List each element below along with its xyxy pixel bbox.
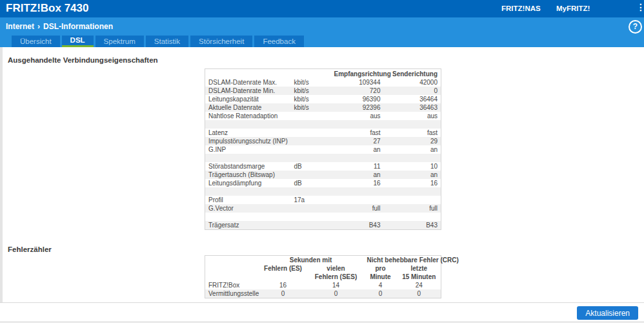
table-row: Latenzfastfast <box>205 129 441 137</box>
row-label: G.Vector <box>205 204 291 213</box>
col-header-es: Fehlern (ES) <box>258 264 308 281</box>
row-label: DSLAM-Datenrate Max. <box>205 78 291 87</box>
crc-last-15-value: 0 <box>397 289 441 298</box>
table-row: Impulsstörungsschutz (INP)2729 <box>205 137 441 145</box>
row-label: DSLAM-Datenrate Min. <box>205 87 291 95</box>
table-row: G.Vectorfullfull <box>205 204 441 213</box>
breadcrumb-separator-icon: › <box>37 22 40 31</box>
col-header-last-15: letzte 15 Minuten <box>397 264 441 281</box>
row-label: Profil <box>205 196 291 204</box>
help-icon[interactable]: ? <box>629 20 642 34</box>
row-label: Latenz <box>205 129 291 137</box>
col-header-per-minute: pro Minute <box>364 264 397 281</box>
header-spacer <box>205 256 258 265</box>
row-label: Trägersatz <box>205 221 291 230</box>
spacer-row <box>205 213 441 221</box>
spacer-row <box>205 120 441 129</box>
tx-value: B43 <box>384 221 441 230</box>
breadcrumb-page: DSL-Informationen <box>43 22 113 31</box>
rx-value: 96390 <box>331 95 384 103</box>
connection-section-title: Ausgehandelte Verbindungseigenschaften <box>8 56 158 64</box>
refresh-button[interactable]: Aktualisieren <box>577 306 638 320</box>
tab-dsl[interactable]: DSL <box>62 36 94 47</box>
tab-stoersicherheit[interactable]: Störsicherheit <box>190 36 252 47</box>
row-label: Impulsstörungsschutz (INP) <box>205 137 291 145</box>
connection-table: Empfangsrichtung Senderichtung DSLAM-Dat… <box>205 68 441 230</box>
row-unit: kbit/s <box>291 103 331 112</box>
tab-uebersicht[interactable]: Übersicht <box>12 36 60 47</box>
spacer-row <box>205 187 441 196</box>
header-spacer <box>205 69 291 79</box>
sub-header: Internet›DSL-Informationen ? Übersicht D… <box>0 17 644 47</box>
row-unit: kbit/s <box>291 87 331 95</box>
rx-value: 16 <box>331 179 384 187</box>
rx-value: full <box>331 204 384 213</box>
rx-value: 720 <box>331 87 384 95</box>
app-title: FRITZ!Box 7430 <box>6 2 88 15</box>
breadcrumb: Internet›DSL-Informationen <box>6 22 113 31</box>
row-label: Vermittlungsstelle <box>205 289 258 298</box>
row-unit <box>291 221 331 230</box>
table-row: FRITZ!Box 16 14 4 24 <box>205 281 441 289</box>
es-value: 0 <box>258 289 308 298</box>
error-table: Sekunden mit Nicht behebbare Fehler (CRC… <box>205 255 441 298</box>
row-label: Aktuelle Datenrate <box>205 103 291 112</box>
table-row: Trägertausch (Bitswap)anan <box>205 171 441 179</box>
table-row: LeitungsdämpfungdB1616 <box>205 179 441 187</box>
connection-table-header-row: Empfangsrichtung Senderichtung <box>205 69 441 79</box>
tab-feedback[interactable]: Feedback <box>254 36 304 47</box>
tx-value: 0 <box>384 87 441 95</box>
rx-value: fast <box>331 129 384 137</box>
rx-value: 27 <box>331 137 384 145</box>
rx-value <box>331 196 384 204</box>
tab-bar: Übersicht DSL Spektrum Statistik Störsic… <box>12 36 304 47</box>
row-label: Trägertausch (Bitswap) <box>205 171 291 179</box>
rx-value: 109344 <box>331 78 384 87</box>
footer-bar: Aktualisieren <box>0 302 644 323</box>
ses-value: 0 <box>308 289 364 298</box>
myfritz-link[interactable]: MyFRITZ! <box>556 5 590 12</box>
row-unit: 17a <box>291 196 331 204</box>
table-row: Profil17a <box>205 196 441 204</box>
rx-value: aus <box>331 112 384 120</box>
table-row: Vermittlungsstelle 0 0 0 0 <box>205 289 441 298</box>
rx-value: an <box>331 171 384 179</box>
tx-value: 36464 <box>384 95 441 103</box>
error-table-header-row: Fehlern (ES) vielen Fehlern (SES) pro Mi… <box>205 264 441 281</box>
tab-statistik[interactable]: Statistik <box>146 36 188 47</box>
left-edge-divider <box>0 47 3 302</box>
es-value: 16 <box>258 281 308 289</box>
col-header-ses: vielen Fehlern (SES) <box>308 264 364 281</box>
row-label: G.INP <box>205 145 291 154</box>
row-label: Störabstandsmarge <box>205 162 291 171</box>
tx-value: full <box>384 204 441 213</box>
group-header-seconds: Sekunden mit <box>258 256 364 265</box>
error-section-title: Fehlerzähler <box>8 245 52 253</box>
row-label: FRITZ!Box <box>205 281 258 289</box>
row-unit <box>291 112 331 120</box>
table-row: Leitungskapazitätkbit/s9639036464 <box>205 95 441 103</box>
row-unit: kbit/s <box>291 78 331 87</box>
row-unit <box>291 129 331 137</box>
tab-spektrum[interactable]: Spektrum <box>96 36 144 47</box>
rx-value: 11 <box>331 162 384 171</box>
tx-value: 36463 <box>384 103 441 112</box>
tx-value: 10 <box>384 162 441 171</box>
table-row: DSLAM-Datenrate Max.kbit/s10934442000 <box>205 78 441 87</box>
table-row: TrägersatzB43B43 <box>205 221 441 230</box>
table-row: Aktuelle Datenratekbit/s9239636463 <box>205 103 441 112</box>
spacer-row <box>205 154 441 162</box>
tx-value: 16 <box>384 179 441 187</box>
row-unit <box>291 137 331 145</box>
fritznas-link[interactable]: FRITZ!NAS <box>501 5 541 12</box>
row-unit <box>291 145 331 154</box>
tx-value: an <box>384 145 441 154</box>
menu-dots-icon[interactable]: ⋮ <box>636 3 644 12</box>
row-unit <box>291 171 331 179</box>
breadcrumb-section[interactable]: Internet <box>6 22 34 31</box>
row-label: Leitungskapazität <box>205 95 291 103</box>
row-label: Leitungsdämpfung <box>205 179 291 187</box>
table-row: Nahtlose Ratenadaptionausaus <box>205 112 441 120</box>
col-header-empfangsrichtung: Empfangsrichtung <box>331 69 384 79</box>
error-table-group-header-row: Sekunden mit Nicht behebbare Fehler (CRC… <box>205 256 441 265</box>
